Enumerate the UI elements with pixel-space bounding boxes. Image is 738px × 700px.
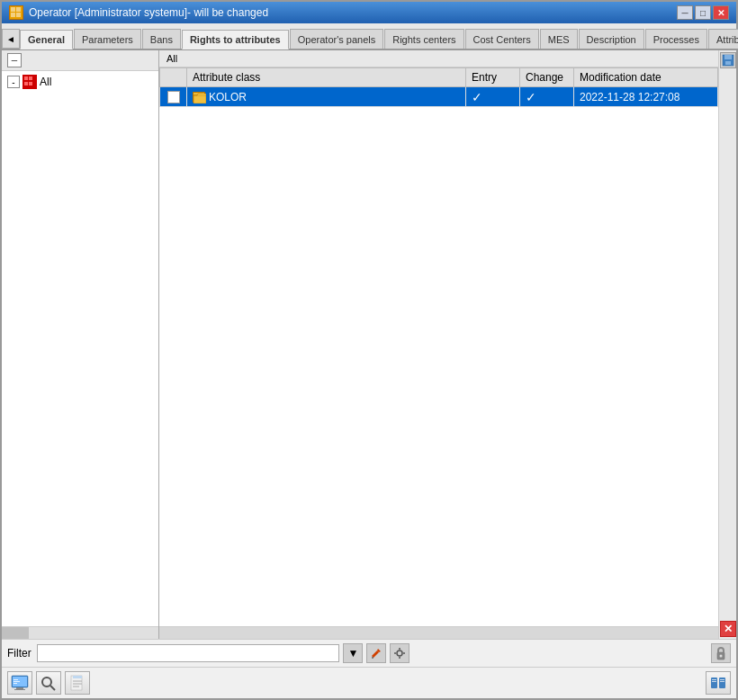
col-attribute-class-header[interactable]: Attribute class: [187, 68, 466, 87]
svg-rect-36: [711, 678, 717, 688]
svg-rect-25: [14, 689, 25, 690]
right-sidebar: ✕: [718, 50, 736, 639]
table-row[interactable]: KOLOR ✓ ✓: [160, 87, 718, 107]
tab-operators-panels[interactable]: Operator's panels: [290, 29, 383, 49]
tab-parameters[interactable]: Parameters: [74, 29, 141, 49]
entry-checkmark: ✓: [472, 90, 482, 104]
row-attribute-class-cell: KOLOR: [187, 87, 466, 107]
row-entry-cell: ✓: [466, 87, 520, 107]
svg-rect-37: [719, 678, 725, 688]
tree-panel: ─ -: [2, 50, 159, 639]
svg-rect-38: [712, 679, 716, 680]
svg-rect-6: [24, 76, 28, 80]
row-modification-date-cell: 2022-11-28 12:27:08: [574, 87, 718, 107]
tab-general[interactable]: General: [20, 30, 73, 49]
action-bar: [2, 667, 736, 698]
action-report-button[interactable]: [65, 671, 90, 695]
collapse-button[interactable]: ─: [7, 53, 22, 67]
svg-rect-9: [29, 82, 32, 85]
lock-button[interactable]: [711, 643, 731, 663]
svg-rect-28: [14, 683, 17, 684]
tab-processes[interactable]: Processes: [645, 29, 707, 49]
minimize-button[interactable]: ─: [677, 5, 693, 20]
svg-rect-26: [14, 679, 18, 680]
svg-rect-1: [11, 7, 15, 12]
svg-line-30: [50, 686, 55, 690]
svg-rect-10: [194, 95, 206, 103]
svg-rect-2: [16, 7, 21, 12]
svg-rect-12: [724, 55, 732, 59]
svg-rect-32: [73, 676, 82, 678]
svg-rect-3: [11, 13, 15, 17]
filter-edit-button[interactable]: [366, 643, 386, 663]
col-modification-date-header[interactable]: Modification date: [574, 68, 718, 87]
svg-rect-13: [725, 61, 731, 65]
svg-rect-41: [720, 681, 724, 682]
window-title: Operator [Administrator systemu]- will b…: [29, 6, 268, 19]
svg-rect-8: [24, 82, 28, 85]
filter-settings-button[interactable]: [390, 643, 410, 663]
svg-rect-27: [14, 681, 20, 682]
table-container[interactable]: Attribute class Entry Change Modificatio…: [159, 67, 718, 626]
action-search-button[interactable]: [36, 671, 61, 695]
tab-bar: ◄ General Parameters Bans Rights to attr…: [2, 23, 736, 50]
left-panel-header: ─: [2, 50, 158, 71]
svg-rect-39: [712, 681, 716, 682]
filter-dropdown-button[interactable]: ▼: [343, 643, 363, 663]
filter-input[interactable]: [37, 644, 340, 662]
save-button[interactable]: [720, 52, 736, 68]
table-panel: All Attribute class Entry Change Modific…: [159, 50, 718, 639]
right-panel-header: All: [159, 50, 718, 67]
tab-attributes[interactable]: Attributes: [708, 29, 738, 49]
main-window: Operator [Administrator systemu]- will b…: [0, 0, 738, 700]
row-checkbox[interactable]: [167, 91, 180, 103]
tab-prev-button[interactable]: ◄: [2, 29, 20, 49]
svg-rect-4: [16, 13, 21, 17]
close-button[interactable]: ✕: [713, 5, 729, 20]
row-checkbox-cell: [160, 87, 187, 107]
left-panel-scrollbar[interactable]: [2, 626, 158, 639]
svg-point-15: [397, 651, 402, 656]
attributes-table: Attribute class Entry Change Modificatio…: [159, 67, 718, 107]
folder-icon: [193, 92, 205, 103]
svg-point-21: [720, 655, 723, 658]
svg-rect-40: [720, 679, 724, 680]
col-checkbox-header: [160, 68, 187, 87]
tab-mes[interactable]: MES: [540, 29, 578, 49]
tab-rights-centers[interactable]: Rights centers: [384, 29, 464, 49]
tree-node-all-label: All: [40, 76, 51, 88]
tree-icon-red: [22, 75, 37, 89]
tree-view[interactable]: - All: [2, 71, 158, 626]
filter-label: Filter: [7, 647, 32, 660]
row-attribute-class-value: KOLOR: [209, 91, 247, 103]
app-icon: [9, 5, 23, 20]
tree-expand-icon[interactable]: -: [7, 76, 20, 88]
tab-description[interactable]: Description: [579, 29, 644, 49]
col-change-header[interactable]: Change: [520, 68, 574, 87]
row-change-cell: ✓: [520, 87, 574, 107]
title-bar: Operator [Administrator systemu]- will b…: [2, 2, 736, 23]
action-display-button[interactable]: [7, 671, 32, 695]
action-extra-button[interactable]: [706, 671, 731, 695]
tree-node-all[interactable]: - All: [4, 73, 157, 91]
svg-point-29: [42, 678, 51, 687]
delete-button[interactable]: ✕: [720, 621, 736, 637]
filter-bar: Filter ▼: [2, 639, 736, 667]
tab-cost-centers[interactable]: Cost Centers: [465, 29, 539, 49]
tab-rights-to-attributes[interactable]: Rights to attributes: [182, 30, 289, 49]
col-entry-header[interactable]: Entry: [466, 68, 520, 87]
svg-rect-7: [29, 76, 32, 80]
change-checkmark: ✓: [526, 90, 536, 104]
svg-rect-24: [16, 687, 23, 689]
maximize-button[interactable]: □: [695, 5, 711, 20]
table-scrollbar[interactable]: [159, 626, 718, 639]
tab-bans[interactable]: Bans: [142, 29, 181, 49]
